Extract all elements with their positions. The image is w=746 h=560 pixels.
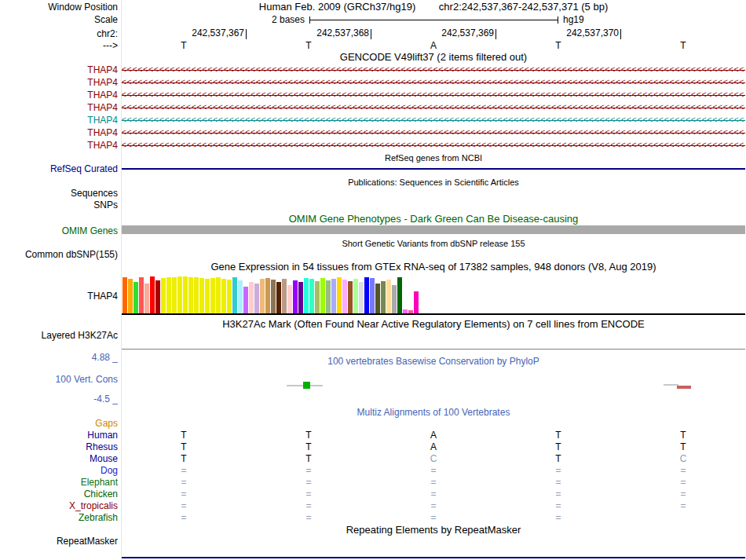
- gene-transcript[interactable]: <<<<<<<<<<<<<<<<<<<<<<<<<<<<<<<<<<<<<<<<…: [122, 64, 745, 76]
- ruler-coordinate[interactable]: 242,537,370: [532, 28, 619, 38]
- track-title-gencode[interactable]: GENCODE V49lift37 (2 items filtered out): [122, 52, 745, 63]
- gene-transcript[interactable]: <<<<<<<<<<<<<<<<<<<<<<<<<<<<<<<<<<<<<<<<…: [122, 114, 745, 126]
- gtex-tissue-bar[interactable]: [353, 279, 358, 313]
- gtex-tissue-bar[interactable]: [331, 279, 336, 313]
- gtex-tissue-bar[interactable]: [139, 277, 144, 313]
- gtex-gene-label: THAP4: [0, 291, 118, 302]
- track-title-dbsnp[interactable]: Short Genetic Variants from dbSNP releas…: [122, 238, 745, 249]
- h3k27ac-baseline: [122, 349, 745, 350]
- gtex-tissue-bar[interactable]: [359, 282, 364, 313]
- track-title-refseq[interactable]: RefSeq genes from NCBI: [122, 152, 745, 163]
- gtex-tissue-bar[interactable]: [144, 284, 149, 313]
- gtex-tissue-bar[interactable]: [177, 276, 182, 313]
- gtex-tissue-bar[interactable]: [298, 282, 303, 313]
- gtex-tissue-bar[interactable]: [315, 281, 320, 313]
- gtex-tissue-bar[interactable]: [293, 280, 298, 313]
- ruler-coordinate[interactable]: 242,537,368: [283, 28, 369, 38]
- track-title-h3k27ac[interactable]: H3K27Ac Mark (Often Found Near Active Re…: [122, 319, 745, 330]
- gtex-tissue-bar[interactable]: [123, 277, 127, 313]
- chromosome-label: chr2:: [0, 28, 118, 39]
- gtex-tissue-bar[interactable]: [287, 285, 292, 313]
- ruler-tick-mark: [371, 29, 371, 39]
- gtex-tissue-bar[interactable]: [150, 276, 155, 313]
- ruler-coordinate[interactable]: 242,537,367: [158, 28, 244, 38]
- species-label: Gaps: [0, 418, 118, 429]
- alignment-base: =: [305, 477, 311, 488]
- alignment-base: =: [305, 512, 311, 523]
- alignment-base: =: [680, 489, 686, 500]
- dbsnp-label: Common dbSNP(155): [0, 249, 118, 260]
- gtex-bar-chart[interactable]: [122, 276, 745, 313]
- alignment-base: =: [430, 512, 436, 523]
- gtex-tissue-bar[interactable]: [133, 282, 138, 313]
- gtex-tissue-bar[interactable]: [392, 285, 397, 313]
- gtex-tissue-bar[interactable]: [276, 282, 281, 313]
- bottom-border-line: [122, 557, 745, 558]
- gtex-tissue-bar[interactable]: [216, 277, 221, 313]
- track-title-omim[interactable]: OMIM Gene Phenotypes - Dark Green Can Be…: [122, 214, 745, 225]
- gtex-tissue-bar[interactable]: [232, 277, 237, 313]
- gtex-tissue-bar[interactable]: [221, 279, 226, 313]
- gtex-tissue-bar[interactable]: [166, 277, 171, 313]
- track-title-repeatmasker[interactable]: Repeating Elements by RepeatMasker: [122, 525, 745, 536]
- gtex-tissue-bar[interactable]: [370, 278, 375, 313]
- alignment-base: =: [305, 465, 311, 476]
- gtex-tissue-bar[interactable]: [188, 277, 193, 313]
- gene-label: THAP4: [0, 126, 118, 139]
- gtex-tissue-bar[interactable]: [304, 278, 309, 313]
- gtex-tissue-bar[interactable]: [183, 276, 188, 313]
- gtex-tissue-bar[interactable]: [271, 280, 276, 313]
- alignment-base: T: [555, 453, 561, 464]
- gtex-tissue-bar[interactable]: [414, 291, 419, 313]
- gtex-tissue-bar[interactable]: [155, 280, 160, 313]
- gtex-tissue-bar[interactable]: [282, 279, 287, 313]
- gtex-tissue-bar[interactable]: [227, 280, 232, 313]
- gtex-tissue-bar[interactable]: [199, 278, 204, 313]
- alignment-base: =: [181, 477, 186, 488]
- gene-transcript[interactable]: <<<<<<<<<<<<<<<<<<<<<<<<<<<<<<<<<<<<<<<<…: [122, 76, 745, 89]
- gtex-tissue-bar[interactable]: [210, 278, 215, 313]
- alignment-base: =: [305, 489, 311, 500]
- gtex-tissue-bar[interactable]: [194, 277, 199, 313]
- refseq-gene-item[interactable]: [122, 168, 745, 170]
- ruler-tick-mark: [246, 29, 247, 39]
- alignment-base: =: [181, 489, 186, 500]
- gtex-tissue-bar[interactable]: [397, 277, 402, 313]
- phylop-signal: [677, 386, 691, 389]
- omim-gene-item[interactable]: [122, 225, 745, 234]
- gtex-tissue-bar[interactable]: [260, 279, 265, 313]
- gtex-tissue-bar[interactable]: [320, 278, 325, 313]
- reference-base: T: [181, 40, 186, 51]
- reference-base: T: [555, 40, 561, 51]
- alignment-base: A: [430, 430, 437, 441]
- gtex-tissue-bar[interactable]: [375, 284, 380, 313]
- gtex-tissue-bar[interactable]: [342, 280, 347, 313]
- gtex-tissue-bar[interactable]: [128, 279, 133, 313]
- track-title-gtex[interactable]: Gene Expression in 54 tissues from GTEx …: [122, 262, 745, 273]
- track-title-publications[interactable]: Publications: Sequences in Scientific Ar…: [122, 177, 745, 188]
- gtex-tissue-bar[interactable]: [265, 278, 270, 313]
- gtex-tissue-bar[interactable]: [172, 277, 177, 313]
- gtex-tissue-bar[interactable]: [161, 278, 166, 313]
- ruler-coordinate[interactable]: 242,537,369: [408, 28, 494, 38]
- gtex-tissue-bar[interactable]: [243, 287, 248, 313]
- gene-transcript[interactable]: <<<<<<<<<<<<<<<<<<<<<<<<<<<<<<<<<<<<<<<<…: [122, 126, 745, 139]
- gtex-tissue-bar[interactable]: [348, 281, 353, 313]
- track-title-phylop[interactable]: 100 vertebrates Basewise Conservation by…: [122, 356, 745, 367]
- alignment-base: T: [305, 441, 311, 452]
- gtex-tissue-bar[interactable]: [238, 280, 243, 313]
- gene-transcript[interactable]: <<<<<<<<<<<<<<<<<<<<<<<<<<<<<<<<<<<<<<<<…: [122, 89, 745, 101]
- h3k27ac-label: Layered H3K27Ac: [0, 330, 118, 341]
- gene-transcript[interactable]: <<<<<<<<<<<<<<<<<<<<<<<<<<<<<<<<<<<<<<<<…: [122, 139, 745, 152]
- gtex-tissue-bar[interactable]: [254, 284, 259, 313]
- gtex-tissue-bar[interactable]: [381, 281, 386, 313]
- gtex-tissue-bar[interactable]: [205, 279, 210, 313]
- gtex-tissue-bar[interactable]: [326, 280, 331, 313]
- gtex-tissue-bar[interactable]: [309, 279, 314, 313]
- gtex-tissue-bar[interactable]: [386, 280, 391, 313]
- gtex-tissue-bar[interactable]: [249, 282, 254, 313]
- gene-transcript[interactable]: <<<<<<<<<<<<<<<<<<<<<<<<<<<<<<<<<<<<<<<<…: [122, 101, 745, 114]
- gtex-tissue-bar[interactable]: [337, 277, 342, 313]
- track-title-multiz[interactable]: Multiz Alignments of 100 Vertebrates: [122, 407, 745, 418]
- gtex-tissue-bar[interactable]: [364, 277, 369, 313]
